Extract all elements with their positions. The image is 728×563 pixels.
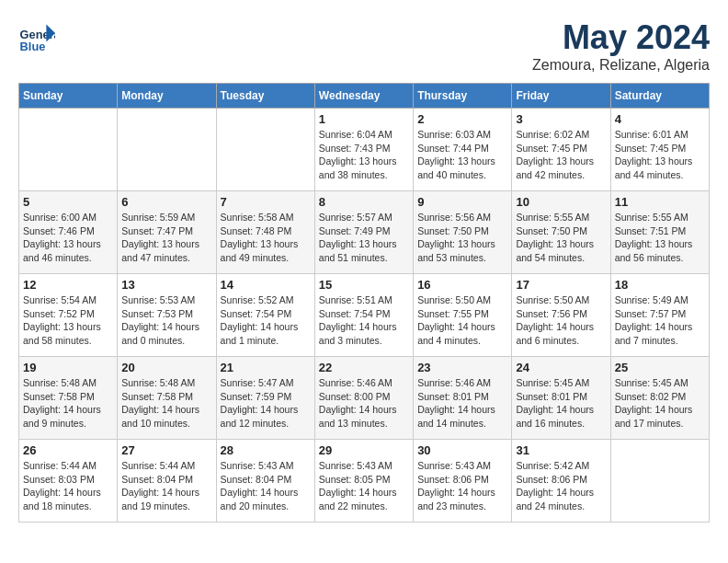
day-number: 13 bbox=[121, 278, 211, 292]
day-info: Sunrise: 5:45 AM Sunset: 8:01 PM Dayligh… bbox=[516, 376, 606, 431]
calendar-cell: 4Sunrise: 6:01 AM Sunset: 7:45 PM Daylig… bbox=[610, 109, 709, 191]
calendar-week-1: 1Sunrise: 6:04 AM Sunset: 7:43 PM Daylig… bbox=[19, 109, 710, 191]
day-header-monday: Monday bbox=[118, 84, 216, 109]
calendar-cell bbox=[19, 109, 118, 191]
day-info: Sunrise: 5:55 AM Sunset: 7:51 PM Dayligh… bbox=[615, 211, 705, 265]
day-info: Sunrise: 5:48 AM Sunset: 7:58 PM Dayligh… bbox=[23, 376, 113, 431]
calendar-cell: 19Sunrise: 5:48 AM Sunset: 7:58 PM Dayli… bbox=[19, 357, 118, 440]
day-info: Sunrise: 5:53 AM Sunset: 7:53 PM Dayligh… bbox=[121, 293, 211, 348]
day-number: 23 bbox=[417, 361, 507, 374]
day-number: 26 bbox=[23, 443, 113, 457]
day-number: 17 bbox=[516, 278, 606, 292]
day-header-thursday: Thursday bbox=[414, 84, 512, 109]
day-info: Sunrise: 5:42 AM Sunset: 8:06 PM Dayligh… bbox=[516, 459, 606, 513]
day-info: Sunrise: 5:43 AM Sunset: 8:05 PM Dayligh… bbox=[319, 459, 409, 513]
logo: General Blue bbox=[18, 18, 59, 55]
calendar-cell: 8Sunrise: 5:57 AM Sunset: 7:49 PM Daylig… bbox=[314, 191, 413, 274]
day-info: Sunrise: 5:46 AM Sunset: 8:01 PM Dayligh… bbox=[417, 376, 507, 431]
day-number: 27 bbox=[121, 443, 211, 457]
day-header-wednesday: Wednesday bbox=[314, 84, 413, 109]
day-info: Sunrise: 6:04 AM Sunset: 7:43 PM Dayligh… bbox=[319, 128, 409, 182]
day-number: 11 bbox=[615, 195, 705, 209]
calendar-cell: 18Sunrise: 5:49 AM Sunset: 7:57 PM Dayli… bbox=[610, 274, 709, 357]
calendar-table: SundayMondayTuesdayWednesdayThursdayFrid… bbox=[18, 83, 710, 523]
day-number: 14 bbox=[221, 278, 311, 292]
calendar-week-3: 12Sunrise: 5:54 AM Sunset: 7:52 PM Dayli… bbox=[19, 274, 710, 357]
calendar-cell: 16Sunrise: 5:50 AM Sunset: 7:55 PM Dayli… bbox=[414, 274, 512, 357]
title-area: May 2024 Zemoura, Relizane, Algeria bbox=[532, 18, 710, 74]
day-info: Sunrise: 5:49 AM Sunset: 7:57 PM Dayligh… bbox=[615, 293, 705, 348]
day-info: Sunrise: 6:01 AM Sunset: 7:45 PM Dayligh… bbox=[615, 128, 705, 182]
day-number: 6 bbox=[121, 195, 211, 209]
calendar-cell: 6Sunrise: 5:59 AM Sunset: 7:47 PM Daylig… bbox=[118, 191, 216, 274]
calendar-cell: 2Sunrise: 6:03 AM Sunset: 7:44 PM Daylig… bbox=[414, 109, 512, 191]
day-number: 21 bbox=[221, 361, 311, 374]
day-info: Sunrise: 5:57 AM Sunset: 7:49 PM Dayligh… bbox=[319, 211, 409, 265]
day-number: 1 bbox=[319, 112, 409, 126]
location: Zemoura, Relizane, Algeria bbox=[532, 57, 710, 74]
calendar-cell: 24Sunrise: 5:45 AM Sunset: 8:01 PM Dayli… bbox=[512, 357, 610, 440]
page-header: General Blue May 2024 Zemoura, Relizane,… bbox=[18, 18, 710, 74]
calendar-cell bbox=[610, 440, 709, 523]
day-info: Sunrise: 5:56 AM Sunset: 7:50 PM Dayligh… bbox=[417, 211, 507, 265]
calendar-cell bbox=[118, 109, 216, 191]
svg-text:Blue: Blue bbox=[20, 40, 46, 53]
day-header-saturday: Saturday bbox=[610, 84, 709, 109]
calendar-cell: 7Sunrise: 5:58 AM Sunset: 7:48 PM Daylig… bbox=[216, 191, 314, 274]
day-info: Sunrise: 5:52 AM Sunset: 7:54 PM Dayligh… bbox=[221, 293, 311, 348]
day-number: 24 bbox=[516, 361, 606, 374]
day-info: Sunrise: 6:03 AM Sunset: 7:44 PM Dayligh… bbox=[417, 128, 507, 182]
day-number: 12 bbox=[23, 278, 113, 292]
day-info: Sunrise: 6:02 AM Sunset: 7:45 PM Dayligh… bbox=[516, 128, 606, 182]
day-header-friday: Friday bbox=[512, 84, 610, 109]
calendar-cell: 27Sunrise: 5:44 AM Sunset: 8:04 PM Dayli… bbox=[118, 440, 216, 523]
calendar-cell: 12Sunrise: 5:54 AM Sunset: 7:52 PM Dayli… bbox=[19, 274, 118, 357]
day-number: 5 bbox=[23, 195, 113, 209]
day-info: Sunrise: 5:43 AM Sunset: 8:06 PM Dayligh… bbox=[417, 459, 507, 513]
calendar-cell: 5Sunrise: 6:00 AM Sunset: 7:46 PM Daylig… bbox=[19, 191, 118, 274]
calendar-week-2: 5Sunrise: 6:00 AM Sunset: 7:46 PM Daylig… bbox=[19, 191, 710, 274]
calendar-cell: 3Sunrise: 6:02 AM Sunset: 7:45 PM Daylig… bbox=[512, 109, 610, 191]
day-number: 9 bbox=[417, 195, 507, 209]
day-info: Sunrise: 6:00 AM Sunset: 7:46 PM Dayligh… bbox=[23, 211, 113, 265]
day-number: 30 bbox=[417, 443, 507, 457]
day-info: Sunrise: 5:44 AM Sunset: 8:04 PM Dayligh… bbox=[121, 459, 211, 513]
logo-icon: General Blue bbox=[18, 18, 55, 55]
day-number: 3 bbox=[516, 112, 606, 126]
day-number: 18 bbox=[615, 278, 705, 292]
day-info: Sunrise: 5:43 AM Sunset: 8:04 PM Dayligh… bbox=[221, 459, 311, 513]
day-header-tuesday: Tuesday bbox=[216, 84, 314, 109]
day-number: 7 bbox=[221, 195, 311, 209]
day-header-sunday: Sunday bbox=[19, 84, 118, 109]
calendar-cell: 25Sunrise: 5:45 AM Sunset: 8:02 PM Dayli… bbox=[610, 357, 709, 440]
day-number: 2 bbox=[417, 112, 507, 126]
calendar-cell: 23Sunrise: 5:46 AM Sunset: 8:01 PM Dayli… bbox=[414, 357, 512, 440]
day-number: 20 bbox=[121, 361, 211, 374]
calendar-cell: 22Sunrise: 5:46 AM Sunset: 8:00 PM Dayli… bbox=[314, 357, 413, 440]
day-info: Sunrise: 5:46 AM Sunset: 8:00 PM Dayligh… bbox=[319, 376, 409, 431]
calendar-cell: 9Sunrise: 5:56 AM Sunset: 7:50 PM Daylig… bbox=[414, 191, 512, 274]
day-number: 16 bbox=[417, 278, 507, 292]
day-number: 28 bbox=[221, 443, 311, 457]
day-number: 8 bbox=[319, 195, 409, 209]
calendar-cell: 31Sunrise: 5:42 AM Sunset: 8:06 PM Dayli… bbox=[512, 440, 610, 523]
calendar-cell: 15Sunrise: 5:51 AM Sunset: 7:54 PM Dayli… bbox=[314, 274, 413, 357]
day-info: Sunrise: 5:48 AM Sunset: 7:58 PM Dayligh… bbox=[121, 376, 211, 431]
calendar-cell: 10Sunrise: 5:55 AM Sunset: 7:50 PM Dayli… bbox=[512, 191, 610, 274]
day-number: 31 bbox=[516, 443, 606, 457]
day-info: Sunrise: 5:54 AM Sunset: 7:52 PM Dayligh… bbox=[23, 293, 113, 348]
calendar-cell: 11Sunrise: 5:55 AM Sunset: 7:51 PM Dayli… bbox=[610, 191, 709, 274]
calendar-cell: 13Sunrise: 5:53 AM Sunset: 7:53 PM Dayli… bbox=[118, 274, 216, 357]
calendar-week-5: 26Sunrise: 5:44 AM Sunset: 8:03 PM Dayli… bbox=[19, 440, 710, 523]
calendar-cell: 29Sunrise: 5:43 AM Sunset: 8:05 PM Dayli… bbox=[314, 440, 413, 523]
day-info: Sunrise: 5:51 AM Sunset: 7:54 PM Dayligh… bbox=[319, 293, 409, 348]
day-info: Sunrise: 5:59 AM Sunset: 7:47 PM Dayligh… bbox=[121, 211, 211, 265]
day-info: Sunrise: 5:45 AM Sunset: 8:02 PM Dayligh… bbox=[615, 376, 705, 431]
calendar-cell: 28Sunrise: 5:43 AM Sunset: 8:04 PM Dayli… bbox=[216, 440, 314, 523]
day-number: 22 bbox=[319, 361, 409, 374]
calendar-header-row: SundayMondayTuesdayWednesdayThursdayFrid… bbox=[19, 84, 710, 109]
day-info: Sunrise: 5:58 AM Sunset: 7:48 PM Dayligh… bbox=[221, 211, 311, 265]
calendar-week-4: 19Sunrise: 5:48 AM Sunset: 7:58 PM Dayli… bbox=[19, 357, 710, 440]
day-number: 25 bbox=[615, 361, 705, 374]
day-number: 4 bbox=[615, 112, 705, 126]
